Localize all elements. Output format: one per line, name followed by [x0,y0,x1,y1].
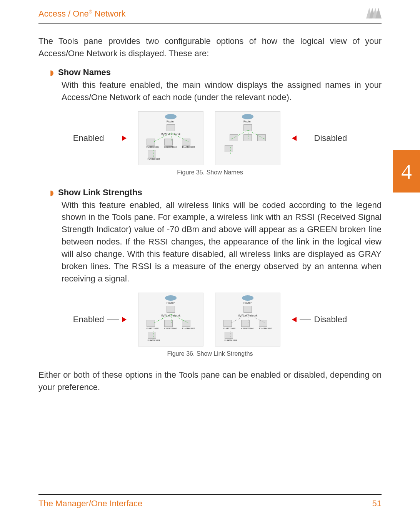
bullet-show-names: ◗ Show Names With this feature enabled, … [50,67,382,104]
leaf-node: F1A40C20001 [147,320,159,330]
leaf-node: F1A481K9384 [148,332,202,342]
bullet-title: Show Names [58,67,111,77]
node-icon [164,139,173,146]
bullet-icon: ◗ [50,69,53,77]
node-icon [225,332,233,339]
intro-text: The Tools pane provides two configurable… [38,35,382,60]
disabled-label: Disabled [292,315,347,325]
figure-show-names: Enabled Router MyWorkNetwork F1A40C20001… [38,111,382,165]
leaf-label: F1A40C20001 [147,327,159,330]
bullet-show-link-strengths: ◗ Show Link Strengths With this feature … [50,188,382,285]
leaf-node: E1A244M3002 [182,139,195,148]
enabled-label: Enabled [73,133,127,143]
leaf-label: K2B0437D040 [164,146,177,148]
figure-caption-35: Figure 35. Show Names [38,169,382,176]
topology-enabled-links: Router MyWorkNetwork F1A40C20001 K2B0437… [138,293,203,347]
node-icon [223,320,232,327]
bullet-body: With this feature enabled, all wireless … [62,199,382,285]
node-icon [147,320,155,327]
leaf-node: K2B0437D040 [241,320,254,330]
leaf-node: E1A244M3002 [259,320,272,330]
disabled-label: Disabled [292,133,347,143]
leaf-label: K2B0437D040 [241,327,254,330]
enabled-label: Enabled [73,315,127,325]
bullet-icon: ◗ [50,189,53,197]
bullet-header: ◗ Show Link Strengths [50,188,382,198]
leaf-node: K2B0437D040 [164,139,177,148]
leaf-label: F1A481K9384 [148,158,202,160]
header-title: Access / One® Network [38,9,125,19]
leaf-label: K2B0437D040 [164,327,177,330]
enabled-text: Enabled [73,133,104,143]
arrow-left-icon [292,315,297,325]
header-title-suffix: Network [92,9,126,18]
leaf-node: F1A481K9384 [148,151,202,160]
figure-show-link-strengths: Enabled Router MyWorkNetwork F1A40C20001… [38,293,382,347]
header-title-prefix: Access / One [38,9,89,18]
page-header: Access / One® Network [38,8,382,23]
arrow-line [107,319,119,320]
topology-enabled-names: Router MyWorkNetwork F1A40C20001 K2B0437… [138,111,203,165]
figure-caption-36: Figure 36. Show Link Strengths [38,350,382,357]
router-icon [165,114,177,119]
chapter-tab: 4 [393,150,420,193]
router-icon [165,295,177,301]
topo-row [217,134,278,141]
arrow-line [107,138,119,138]
arrow-line [300,319,311,320]
topo-row: F1A40C20001 K2B0437D040 E1A244M3002 [140,139,202,148]
node-icon [225,145,233,152]
router-label: Router [217,301,278,304]
node-icon [182,139,190,146]
node-icon [182,320,190,327]
router-label: Router [217,120,278,123]
leaf-label: F1A481K9384 [225,339,278,342]
topo-row: F1A40C20001 K2B0437D040 E1A244M3002 [217,320,278,330]
node-icon [148,151,156,157]
footer-section-title: The Manager/One Interface [38,499,142,509]
node-icon [241,320,250,327]
router-label: Router [140,301,202,304]
network-node-icon [167,124,175,131]
leaf-label: E1A244M3002 [182,327,195,330]
node-icon [243,134,252,141]
network-label: MyWorkNetwork [140,133,202,136]
network-node-icon [243,306,252,313]
leaf-node: F1A40C20001 [223,320,236,330]
leaf-label: F1A40C20001 [223,327,236,330]
brand-logo-icon [366,8,382,20]
node-icon [259,320,267,327]
arrow-right-icon [122,315,127,325]
disabled-text: Disabled [314,315,347,325]
leaf-node: F1A40C20001 [147,139,159,148]
page-footer: The Manager/One Interface 51 [38,494,382,509]
topo-row: F1A40C20001 K2B0437D040 E1A244M3002 [140,320,202,330]
disabled-text: Disabled [314,133,347,143]
arrow-right-icon [122,133,127,143]
node-icon [147,139,155,146]
bullet-title: Show Link Strengths [58,188,142,198]
node-icon [148,332,156,339]
topology-disabled-links: Router MyWorkNetwork F1A40C20001 K2B0437… [215,293,280,347]
leaf-node: F1A481K9384 [225,332,278,342]
bullet-header: ◗ Show Names [50,67,382,77]
network-label: MyWorkNetwork [217,314,278,317]
node-icon [164,320,173,327]
arrow-left-icon [292,133,297,143]
enabled-text: Enabled [73,315,104,325]
node-icon [230,134,238,141]
topology-disabled-names: Router [215,111,280,165]
leaf-node [225,145,278,152]
leaf-label: E1A244M3002 [259,327,272,330]
network-node-icon [167,306,175,313]
arrow-line [300,138,311,138]
node-icon [257,134,266,141]
network-label: MyWorkNetwork [140,314,202,317]
leaf-node: K2B0437D040 [164,320,177,330]
network-node-icon [243,124,252,131]
leaf-node: E1A244M3002 [182,320,195,330]
footer-page-number: 51 [372,499,382,509]
router-label: Router [140,120,202,123]
leaf-label: E1A244M3002 [182,146,195,148]
chapter-number: 4 [401,159,412,184]
